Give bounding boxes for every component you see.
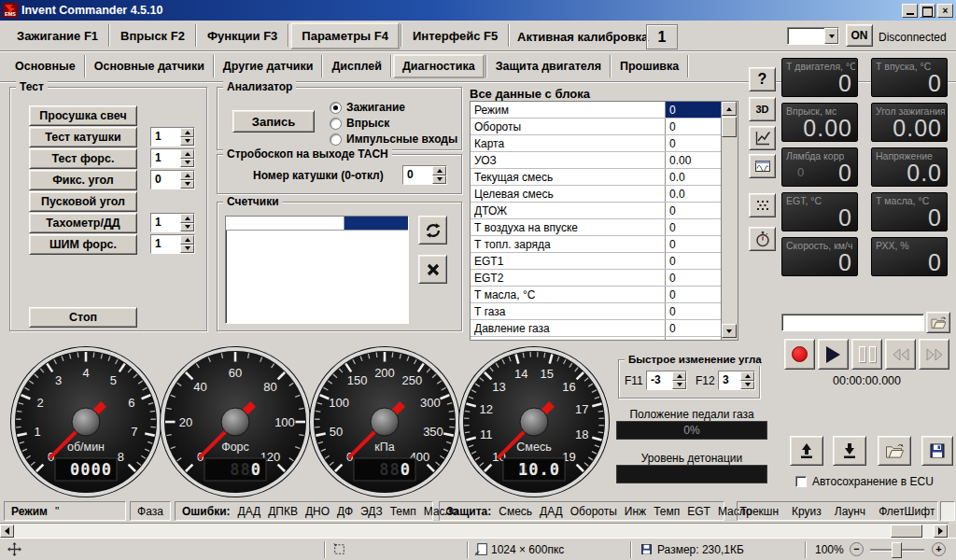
analyzer-radio-1[interactable]: Зажигание bbox=[330, 101, 405, 114]
scroll-thumb[interactable] bbox=[722, 117, 737, 137]
main-tab-1[interactable]: Зажигание F1 bbox=[7, 24, 107, 48]
table-row[interactable]: Целевая смесь0.0 bbox=[471, 186, 722, 203]
spin-up-icon[interactable] bbox=[180, 128, 194, 137]
test-button-6[interactable]: Тахометр/ДД bbox=[29, 213, 137, 233]
help-button[interactable]: ? bbox=[749, 67, 776, 91]
test-spinner-3[interactable]: 1 bbox=[150, 148, 195, 168]
f11-spinner[interactable]: -3 bbox=[646, 371, 687, 390]
play-button[interactable] bbox=[818, 339, 849, 370]
combobox-dropdown-icon[interactable] bbox=[824, 28, 838, 44]
counters-header-value-cell[interactable] bbox=[344, 217, 408, 230]
counters-header-name-cell[interactable] bbox=[226, 217, 344, 230]
zoom-slider-thumb[interactable] bbox=[892, 542, 902, 558]
test-button-4[interactable]: Фикс. угол bbox=[29, 170, 137, 190]
spin-up-icon[interactable] bbox=[180, 149, 194, 159]
table-row[interactable]: УОЗ0.00 bbox=[471, 152, 722, 169]
zoom-out-icon[interactable]: − bbox=[850, 542, 864, 556]
spin-down-icon[interactable] bbox=[180, 180, 194, 189]
main-tab-5[interactable]: Интерфейс F5 bbox=[403, 24, 507, 48]
spin-down-icon[interactable] bbox=[180, 245, 194, 254]
f12-spinner[interactable]: 3 bbox=[718, 371, 755, 390]
spin-down-icon[interactable] bbox=[180, 159, 194, 168]
table-row[interactable]: Режим0 bbox=[471, 102, 722, 119]
minimize-button[interactable] bbox=[902, 4, 918, 18]
scroll-right-icon[interactable] bbox=[934, 525, 948, 538]
main-tab-3[interactable]: Функции F3 bbox=[198, 24, 287, 48]
clear-counters-button[interactable] bbox=[418, 255, 447, 284]
zoom-in-icon[interactable]: + bbox=[932, 542, 946, 556]
spin-up-icon[interactable] bbox=[180, 235, 194, 245]
close-button[interactable]: × bbox=[937, 4, 953, 18]
spin-down-icon[interactable] bbox=[672, 381, 686, 390]
open-file-button[interactable] bbox=[878, 436, 911, 466]
sub-tab-5[interactable]: Диагностика bbox=[393, 54, 485, 78]
table-row[interactable]: Карта0 bbox=[471, 135, 722, 152]
record-path-input[interactable] bbox=[781, 314, 924, 331]
scroll-down-icon[interactable] bbox=[722, 324, 737, 338]
test-spinner-4[interactable]: 0 bbox=[150, 170, 195, 189]
horizontal-scrollbar[interactable] bbox=[0, 523, 949, 539]
spin-up-icon[interactable] bbox=[432, 166, 446, 175]
spin-up-icon[interactable] bbox=[180, 171, 194, 180]
counters-listbox[interactable] bbox=[225, 216, 409, 324]
table-row[interactable]: Т топл. заряда0 bbox=[471, 236, 722, 253]
test-button-5[interactable]: Пусковой угол bbox=[29, 191, 137, 212]
test-spinner-6[interactable]: 1 bbox=[150, 213, 195, 232]
sub-tab-4[interactable]: Дисплей bbox=[324, 56, 389, 77]
spin-up-icon[interactable] bbox=[672, 371, 686, 381]
fast-forward-button[interactable] bbox=[919, 339, 949, 370]
spin-down-icon[interactable] bbox=[740, 381, 754, 390]
spin-down-icon[interactable] bbox=[432, 175, 446, 185]
sub-tab-6[interactable]: Защита двигателя bbox=[488, 56, 609, 77]
dots-grid-button[interactable] bbox=[749, 193, 776, 217]
pause-button[interactable] bbox=[851, 339, 882, 370]
main-tab-2[interactable]: Впрыск F2 bbox=[111, 24, 194, 48]
spin-down-icon[interactable] bbox=[180, 223, 194, 232]
browse-record-button[interactable] bbox=[926, 312, 950, 333]
scroll-up-icon[interactable] bbox=[722, 102, 737, 116]
table-row[interactable]: Т воздуха на впуске0 bbox=[471, 219, 722, 236]
save-file-button[interactable] bbox=[921, 436, 953, 466]
test-button-3[interactable]: Тест форс. bbox=[29, 148, 137, 169]
port-combobox[interactable] bbox=[787, 27, 839, 45]
table-row[interactable]: Напряжение батареи0.0 bbox=[471, 337, 722, 341]
sub-tab-1[interactable]: Основные bbox=[7, 56, 83, 77]
sub-tab-7[interactable]: Прошивка bbox=[612, 56, 686, 77]
stop-button[interactable]: Стоп bbox=[29, 307, 137, 328]
download-from-ecu-button[interactable] bbox=[833, 436, 866, 466]
main-tab-4[interactable]: Параметры F4 bbox=[290, 22, 400, 49]
table-row[interactable]: Т масла, °C0 bbox=[471, 287, 722, 303]
table-row[interactable]: ДТОЖ0 bbox=[471, 203, 722, 219]
rewind-button[interactable] bbox=[885, 339, 916, 370]
graph-button[interactable] bbox=[749, 126, 776, 150]
spin-up-icon[interactable] bbox=[180, 214, 194, 223]
test-button-1[interactable]: Просушка свеч bbox=[29, 105, 137, 126]
spin-up-icon[interactable] bbox=[740, 371, 754, 381]
upload-to-ecu-button[interactable] bbox=[790, 436, 823, 466]
table-row[interactable]: Давление газа0 bbox=[471, 320, 722, 337]
coil-number-spinner[interactable]: 0 bbox=[402, 165, 447, 185]
vertical-scrollbar-sliver[interactable] bbox=[940, 501, 955, 521]
scroll-left-icon[interactable] bbox=[0, 525, 14, 538]
sub-tab-2[interactable]: Основные датчики bbox=[87, 56, 212, 77]
test-spinner-2[interactable]: 1 bbox=[150, 127, 195, 147]
maximize-button[interactable] bbox=[920, 4, 935, 18]
test-spinner-7[interactable]: 1 bbox=[150, 234, 195, 254]
table-row[interactable]: EGT20 bbox=[471, 270, 722, 287]
table-row[interactable]: EGT10 bbox=[471, 253, 722, 270]
record-button[interactable]: Запись bbox=[232, 110, 315, 133]
table-scrollbar[interactable] bbox=[721, 102, 738, 340]
table-row[interactable]: Т газа0 bbox=[471, 303, 722, 320]
record-start-button[interactable] bbox=[784, 339, 815, 370]
test-button-7[interactable]: ШИМ форс. bbox=[29, 234, 137, 255]
on-button[interactable]: ON bbox=[846, 24, 873, 47]
table-row[interactable]: Текущая смесь0.0 bbox=[471, 169, 722, 186]
stopwatch-button[interactable] bbox=[749, 227, 776, 251]
analyzer-radio-3[interactable]: Импульсные входы bbox=[330, 133, 457, 146]
autosave-checkbox[interactable] bbox=[795, 476, 807, 487]
sub-tab-3[interactable]: Другие датчики bbox=[216, 56, 321, 77]
refresh-counters-button[interactable] bbox=[418, 216, 447, 245]
analyzer-radio-2[interactable]: Впрыск bbox=[330, 117, 389, 130]
oscilloscope-button[interactable] bbox=[749, 154, 776, 178]
table-row[interactable]: Обороты0 bbox=[471, 119, 722, 135]
